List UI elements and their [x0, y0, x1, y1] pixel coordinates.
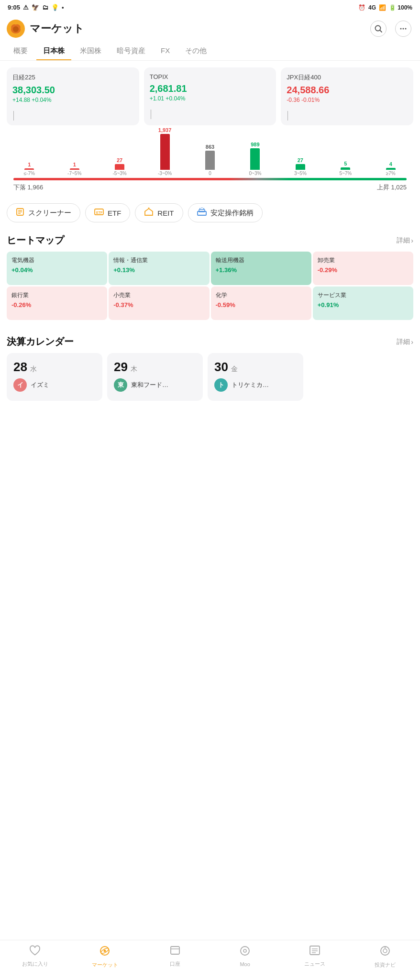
heatmap-cell[interactable]: サービス業+0.91%: [313, 286, 413, 320]
dist-label: -7~5%: [67, 171, 81, 176]
dist-col: 1-7~5%: [52, 162, 97, 176]
dist-col: 273~5%: [278, 157, 323, 176]
svg-point-28: [241, 947, 249, 955]
heatmap-cell-name: 卸売業: [318, 256, 409, 264]
dist-label: 0~3%: [249, 171, 262, 176]
index-value-nikkei: 38,303.50: [12, 85, 133, 96]
nav-item-お気に入り[interactable]: お気に入り: [21, 945, 49, 969]
etf-button[interactable]: ETF ETF: [85, 203, 130, 222]
dist-label: 0: [209, 171, 211, 176]
dist-count: 1: [73, 162, 76, 167]
tab-japan-stocks[interactable]: 日本株: [36, 43, 71, 60]
tab-us-stocks[interactable]: 米国株: [73, 43, 108, 60]
distribution-section: 1≤-7%1-7~5%27-5~3%1,937-3~0%86309890~3%2…: [0, 130, 420, 198]
dist-label: 3~5%: [294, 171, 307, 176]
dist-bar-rect: [386, 168, 396, 170]
dist-count: 989: [251, 142, 259, 147]
index-card-topix[interactable]: TOPIX 2,681.81 +1.01 +0.04%: [144, 67, 276, 125]
dist-count: 1,937: [158, 127, 172, 133]
tab-other[interactable]: その他: [178, 43, 213, 60]
index-card-jpx[interactable]: JPX日経400 24,588.66 -0.36 -0.01%: [281, 67, 413, 125]
stable-stocks-label: 安定操作銘柄: [210, 209, 254, 218]
nav-item-口座[interactable]: 口座: [161, 945, 189, 969]
cal-day: 28: [13, 360, 27, 374]
svg-rect-30: [310, 946, 320, 955]
heatmap-cell-pct: -0.37%: [113, 301, 204, 308]
heatmap-cell-pct: +0.91%: [318, 301, 409, 308]
index-value-jpx: 24,588.66: [287, 85, 408, 96]
heatmap-cell-name: 化学: [216, 291, 307, 299]
stable-stocks-button[interactable]: 安定操作銘柄: [188, 203, 263, 222]
heatmap-cell[interactable]: 小売業-0.37%: [109, 286, 209, 320]
nav-item-投資ナビ[interactable]: 投資ナビ: [371, 945, 399, 969]
nav-icon-マーケット: [99, 945, 111, 959]
screener-button[interactable]: スクリーナー: [7, 203, 80, 222]
cal-stock-item: イイズミ: [13, 378, 96, 392]
tab-fx[interactable]: FX: [154, 43, 177, 60]
tab-crypto[interactable]: 暗号資産: [110, 43, 152, 60]
heatmap-detail-label: 詳細: [397, 236, 410, 245]
nav-icon-ニュース: [309, 945, 321, 958]
calendar-detail-button[interactable]: 詳細 ›: [397, 338, 413, 346]
svg-point-25: [104, 950, 106, 952]
calendar-card[interactable]: 30金トトリケミカ…: [208, 353, 303, 401]
mini-line-jpx: [287, 111, 288, 121]
reit-icon: [144, 208, 154, 218]
calendar-card[interactable]: 29木東東和フード…: [107, 353, 203, 401]
dist-rise-label: 上昇 1,025: [377, 183, 407, 192]
tab-overview[interactable]: 概要: [7, 43, 34, 60]
calendar-card[interactable]: 28水イイズミ: [7, 353, 102, 401]
svg-rect-19: [199, 209, 205, 212]
nav-item-ニュース[interactable]: ニュース: [300, 945, 329, 969]
reit-label: REIT: [157, 209, 174, 217]
heatmap-cell[interactable]: 化学-0.59%: [211, 286, 311, 320]
calendar-title: 決算カレンダー: [7, 335, 74, 348]
status-icon2: 🦅: [32, 4, 39, 11]
heatmap-cell[interactable]: 電気機器+0.04%: [7, 252, 107, 285]
cal-stock-item: トトリケミカ…: [214, 378, 297, 392]
cal-stock-item: 東東和フード…: [114, 378, 196, 392]
dist-col: 8630: [188, 144, 232, 176]
search-button[interactable]: [370, 21, 387, 37]
nav-item-マーケット[interactable]: マーケット: [90, 945, 119, 969]
heatmap-cell[interactable]: 輸送用機器+1.36%: [211, 252, 311, 285]
status-signal-icon: 📶: [379, 4, 386, 11]
index-cards-container: 日経225 38,303.50 +14.88 +0.04% TOPIX 2,68…: [0, 61, 420, 130]
more-button[interactable]: [395, 21, 411, 37]
index-name-topix: TOPIX: [150, 73, 271, 80]
index-chart-jpx: [287, 107, 408, 121]
heatmap-chevron-icon: ›: [411, 237, 413, 244]
heatmap-cell-name: 銀行業: [11, 291, 102, 299]
heatmap-cell[interactable]: 情報・通信業+0.13%: [109, 252, 209, 285]
mini-line-topix: [151, 110, 151, 119]
reit-button[interactable]: REIT: [135, 203, 183, 222]
dist-label: ≤-7%: [24, 171, 35, 176]
dist-col: 1≤-7%: [7, 162, 52, 176]
heatmap-detail-button[interactable]: 詳細 ›: [397, 236, 413, 245]
index-name-jpx: JPX日経400: [287, 73, 408, 82]
heatmap-cell[interactable]: 銀行業-0.26%: [7, 286, 107, 320]
cal-avatar: イ: [13, 378, 27, 392]
heatmap-cell-pct: +1.36%: [216, 266, 307, 274]
etf-label: ETF: [108, 209, 121, 217]
nav-item-Moo[interactable]: Moo: [231, 945, 259, 969]
heatmap-cell-pct: +0.13%: [113, 266, 204, 274]
heatmap-cell-pct: -0.59%: [216, 301, 307, 308]
heatmap-cell-name: 小売業: [113, 291, 204, 299]
calendar-detail-label: 詳細: [397, 338, 410, 346]
index-card-nikkei[interactable]: 日経225 38,303.50 +14.88 +0.04%: [7, 67, 139, 125]
bottom-nav: お気に入りマーケット口座Mooニュース投資ナビ: [0, 940, 420, 980]
cal-stock-name: トリケミカ…: [232, 381, 269, 389]
heatmap-cell-pct: -0.26%: [11, 301, 102, 308]
svg-point-35: [383, 949, 387, 953]
dist-label: -3~0%: [158, 171, 172, 176]
dist-count: 27: [298, 157, 303, 163]
index-value-topix: 2,681.81: [150, 83, 271, 94]
heatmap-cell[interactable]: 卸売業-0.29%: [313, 252, 413, 285]
dist-bar-rect: [70, 168, 79, 170]
tab-bar: 概要 日本株 米国株 暗号資産 FX その他: [0, 43, 420, 61]
dist-bar-rect: [160, 134, 170, 170]
etf-icon: ETF: [94, 208, 104, 218]
page-title: マーケット: [30, 22, 84, 36]
nav-icon-Moo: [239, 945, 251, 959]
